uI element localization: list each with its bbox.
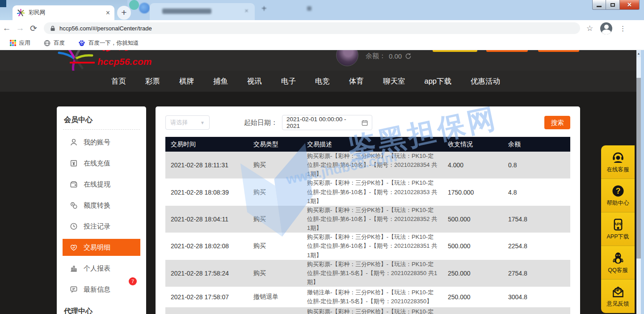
sidebar-item[interactable]: 额度转换 [63,197,140,214]
transfer-icon [69,201,78,210]
floating-button[interactable]: ? 帮助中心 [601,179,635,212]
background-tab-dot [307,6,311,11]
site-header: 彩票 hccp56.com 余额：0.00 [0,50,636,71]
cell-balance: 4.8 [505,189,568,196]
sidebar-menu: 我的账号 在线充值 在线提现 [57,134,146,298]
scrollbar-up-arrow[interactable]: ▲ [636,50,641,57]
window-titlebar: × + 彩民网 × + ✕ [0,0,644,20]
cell-type: 购买 [251,188,304,196]
cell-time: 2021-02-28 18:11:31 [168,161,251,169]
background-extension-icon [129,0,139,10]
menu-icon[interactable]: ⋮ [619,27,622,30]
cell-type: 购买 [251,161,304,169]
divider [63,129,140,130]
cell-desc: 购买彩票-【彩种：三分PK拾】-【玩法：PK10-定位胆-定位胆-第6-10名】… [304,206,445,233]
page-viewport: 彩票 hccp56.com 余额：0.00 首页彩票棋牌捕鱼视讯电子电竞体育聊天… [0,50,636,314]
floating-button[interactable]: 意见反馈 [601,280,635,313]
cutoff-button-yellow[interactable] [433,50,477,52]
cell-desc: 撤销注单-【彩种：三分PK拾】-【玩法：PK10-定位胆-定位胆-第1-5名】-… [304,288,445,306]
cell-desc: 购买彩票-【彩种：三分PK拾】-【玩法：PK10-定位胆-定位胆-第6-10名】… [304,178,445,205]
cell-desc: 购买彩票-【彩种：三分PK拾】-【玩法：PK10-定位胆-定位胆-第6-10名】… [304,233,445,259]
nav-item[interactable]: 首页 [111,76,126,86]
floating-button[interactable]: APP APP下载 [601,212,635,246]
floating-help-panel: 在线客服 ? 帮助中心 APP APP下载 QQ客服 [601,145,635,313]
logo-burst-icon [55,50,96,71]
sidebar-item[interactable]: 交易明细 [63,239,140,256]
sidebar-item[interactable]: 个人报表 [63,260,140,277]
minimize-button[interactable] [592,0,606,10]
cell-time: 2021-02-28 17:58:07 [168,293,251,301]
app-icon: APP [611,218,625,231]
scrollbar-thumb[interactable] [636,78,641,259]
browser-toolbar: ← → ⟳ hccp56.com/#/personalCenter/trade … [0,20,644,36]
page-scrollbar[interactable]: ▲ [636,50,641,314]
sidebar-item[interactable]: 投注记录 [63,218,140,235]
nav-item[interactable]: 视讯 [247,76,262,86]
nav-item[interactable]: 捕鱼 [213,76,228,86]
site-logo[interactable]: 彩票 hccp56.com [55,50,184,71]
nav-item[interactable]: 电子 [281,76,296,86]
table-row: 2021-02-28 17:58:07 撤销退单 撤销注单-【彩种：三分PK拾】… [165,287,570,307]
cell-type: 购买 [251,242,304,250]
address-bar[interactable]: hccp56.com/#/personalCenter/trade [44,22,580,34]
bookmark-baidu[interactable]: 百度 [44,39,65,47]
profile-avatar-icon[interactable] [600,22,612,34]
window-controls: ✕ [592,0,640,10]
floating-button[interactable]: QQ客服 [601,246,635,280]
bookmark-apps[interactable]: 应用 [10,39,30,47]
cell-amount: 250.000 [445,270,505,277]
cell-amount: 500.000 [445,216,505,223]
bookmarks-bar: 应用 百度 百度一下，你就知道 [0,36,644,50]
table-row: 2021-02-28 17:57:44 购买 购买彩票-【彩种：三分PK拾】-【… [165,307,570,314]
new-tab-button[interactable]: + [117,6,131,20]
type-select[interactable]: 请选择 ▼ [165,115,210,130]
reload-button[interactable]: ⟳ [27,23,40,34]
window-corner [0,0,6,7]
sidebar-item[interactable]: 在线充值 [63,155,140,172]
back-button[interactable]: ← [0,23,13,33]
background-tab: × [150,3,255,20]
browser-tab[interactable]: 彩民网 × [13,5,114,20]
nav-item[interactable]: 棋牌 [179,76,194,86]
maximize-button[interactable] [606,0,619,10]
table-row: 2021-02-28 18:08:39 购买 购买彩票-【彩种：三分PK拾】-【… [165,178,570,205]
cutoff-button-orange-2[interactable] [538,50,579,52]
nav-item[interactable]: 优惠活动 [471,76,500,86]
bookmark-label: 应用 [19,39,30,47]
refresh-balance-icon[interactable] [405,53,412,59]
chevron-down-icon: ▼ [200,120,205,125]
cell-amount: 1750.000 [445,189,505,196]
date-range-input[interactable]: 2021-02-01 00:00:00 - 2021 [282,115,372,130]
user-avatar[interactable] [336,50,358,66]
cutoff-button-orange-1[interactable] [486,50,528,52]
report-icon [69,264,78,273]
cell-balance: 2754.8 [505,270,568,277]
cell-desc: 购买彩票-【彩种：三分PK拾】-【玩法：PK10-定位胆-定位胆-第6-10名】… [304,152,445,178]
floating-button[interactable]: 在线客服 [601,145,635,179]
apps-grid-icon [10,40,16,46]
cell-balance: 1754.8 [505,216,568,223]
sidebar-title: 会员中心 [64,115,146,125]
logo-dash [70,62,95,64]
nav-item[interactable]: 聊天室 [383,76,405,86]
nav-item[interactable]: 体育 [349,76,364,86]
cell-type: 撤销退单 [251,293,304,301]
table-row: 2021-02-28 17:58:24 购买 购买彩票-【彩种：三分PK拾】-【… [165,260,570,287]
nav-item[interactable]: app下载 [424,76,451,86]
cell-time: 2021-02-28 18:04:11 [168,216,251,223]
sidebar-item[interactable]: 我的账号 [63,134,140,151]
bookmark-label: 百度一下，你就知道 [88,39,139,47]
nav-item[interactable]: 电竞 [315,76,330,86]
sidebar-item[interactable]: 在线提现 [63,176,140,193]
bookmark-star-icon[interactable]: ☆ [586,24,593,33]
bookmark-baidu-search[interactable]: 百度一下，你就知道 [78,39,139,47]
tab-close-icon[interactable]: × [106,9,110,17]
sidebar-item[interactable]: 最新信息 7 [63,281,140,298]
forward-button[interactable]: → [13,23,27,33]
background-tab-close-icon: × [244,7,248,14]
close-button[interactable]: ✕ [619,0,640,10]
history-icon [69,222,78,231]
nav-item[interactable]: 彩票 [145,76,160,86]
member-sidebar: 会员中心 我的账号 在线充值 [57,106,146,314]
search-button[interactable]: 搜索 [544,116,570,129]
